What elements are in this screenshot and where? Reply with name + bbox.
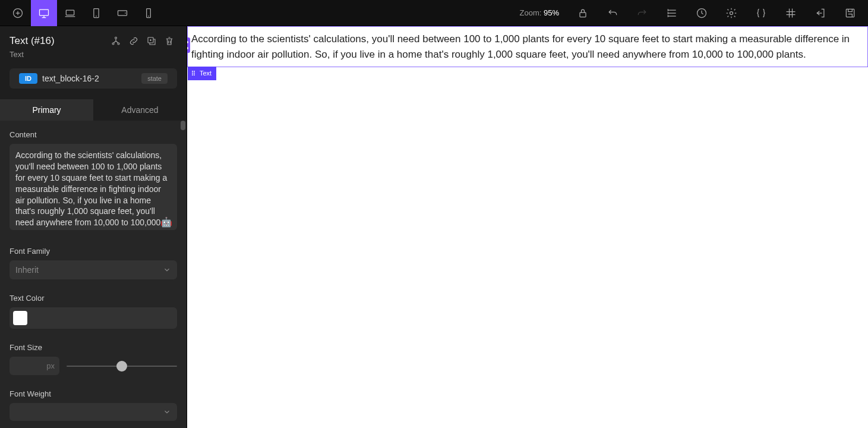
drag-dots-icon xyxy=(191,70,197,76)
top-toolbar: Zoom: 95% xyxy=(0,0,868,26)
state-badge[interactable]: state xyxy=(141,73,168,84)
viewport-desktop[interactable] xyxy=(31,0,57,26)
clock-icon xyxy=(696,7,708,19)
save-icon xyxy=(844,7,856,19)
exit-button[interactable] xyxy=(807,0,834,26)
element-tag-label: Text xyxy=(200,68,212,78)
undo-icon xyxy=(607,7,618,19)
exit-icon xyxy=(815,7,826,19)
font-weight-select[interactable] xyxy=(10,403,177,421)
structure-icon xyxy=(666,7,678,19)
braces-icon xyxy=(755,7,767,19)
laptop-icon xyxy=(64,7,76,19)
font-size-slider[interactable] xyxy=(67,359,177,373)
tree-button[interactable] xyxy=(108,33,124,49)
svg-point-11 xyxy=(112,43,114,45)
undo-button[interactable] xyxy=(599,0,626,26)
element-tag[interactable]: Text xyxy=(188,67,216,80)
code-button[interactable] xyxy=(748,0,774,26)
svg-rect-2 xyxy=(66,10,74,15)
svg-point-16 xyxy=(192,74,193,75)
plus-circle-icon xyxy=(12,7,24,19)
svg-point-15 xyxy=(192,73,193,74)
content-field: Content 🤖 xyxy=(10,130,177,232)
slider-thumb[interactable] xyxy=(116,361,127,372)
link-icon xyxy=(128,36,139,46)
text-color-label: Text Color xyxy=(10,294,177,303)
font-weight-label: Font Weight xyxy=(10,389,177,398)
lock-button[interactable] xyxy=(570,0,596,26)
svg-point-18 xyxy=(194,73,195,74)
duplicate-button[interactable] xyxy=(144,33,159,49)
tab-advanced[interactable]: Advanced xyxy=(93,99,187,121)
gear-icon xyxy=(725,7,737,19)
tablet-portrait-icon xyxy=(90,7,102,19)
duplicate-icon xyxy=(146,36,157,46)
font-size-field: Font Size xyxy=(10,343,177,375)
desktop-icon xyxy=(38,7,50,19)
properties-panel: Content 🤖 Font Family Inherit Text Color xyxy=(0,121,187,428)
zoom-label-text: Zoom: xyxy=(520,8,542,17)
svg-point-17 xyxy=(194,71,195,72)
mobile-icon xyxy=(143,7,154,19)
history-button[interactable] xyxy=(689,0,715,26)
content-label: Content xyxy=(10,130,177,139)
emoji-picker-button[interactable]: 🤖 xyxy=(160,216,172,228)
svg-point-12 xyxy=(118,43,119,45)
text-element[interactable]: According to the scientists' calculation… xyxy=(187,26,868,67)
viewport-tablet-landscape[interactable] xyxy=(109,0,135,26)
color-swatch[interactable] xyxy=(13,311,27,325)
font-family-field: Font Family Inherit xyxy=(10,247,177,279)
settings-button[interactable] xyxy=(718,0,744,26)
save-button[interactable] xyxy=(837,0,863,26)
element-type: Text xyxy=(10,50,177,59)
font-weight-field: Font Weight xyxy=(10,389,177,421)
text-color-input[interactable] xyxy=(10,307,177,329)
property-tabs: Primary Advanced xyxy=(0,99,187,121)
drag-handle[interactable] xyxy=(187,37,190,53)
trash-icon xyxy=(164,36,175,46)
svg-point-19 xyxy=(194,74,195,75)
sidebar: Text (#16) Text xyxy=(0,26,187,428)
svg-point-10 xyxy=(115,37,117,39)
toolbar-left xyxy=(5,0,162,26)
scrollbar-thumb[interactable] xyxy=(181,121,185,130)
font-family-select[interactable]: Inherit xyxy=(10,260,177,279)
link-button[interactable] xyxy=(126,33,141,49)
zoom-value: 95% xyxy=(544,8,559,17)
delete-button[interactable] xyxy=(162,33,177,49)
structure-button[interactable] xyxy=(659,0,685,26)
text-color-field: Text Color xyxy=(10,294,177,329)
sidebar-header: Text (#16) Text xyxy=(0,26,187,64)
toolbar-right: Zoom: 95% xyxy=(520,0,864,26)
svg-point-14 xyxy=(192,71,193,72)
chevron-down-icon xyxy=(163,408,171,416)
tree-icon xyxy=(111,36,121,46)
canvas[interactable]: According to the scientists' calculation… xyxy=(187,26,868,428)
grid-icon xyxy=(785,7,797,19)
id-value[interactable]: text_block-16-2 xyxy=(42,74,137,83)
grid-button[interactable] xyxy=(778,0,804,26)
font-size-input[interactable] xyxy=(10,357,59,375)
content-textarea[interactable] xyxy=(10,144,177,230)
svg-rect-6 xyxy=(580,12,586,17)
zoom-label: Zoom: 95% xyxy=(520,8,560,17)
text-content: According to the scientists' calculation… xyxy=(191,33,850,60)
add-button[interactable] xyxy=(5,0,31,26)
chevron-down-icon xyxy=(163,266,171,274)
svg-point-8 xyxy=(730,11,733,14)
svg-rect-9 xyxy=(846,9,854,17)
font-family-label: Font Family xyxy=(10,247,177,256)
viewport-mobile[interactable] xyxy=(135,0,162,26)
lock-icon xyxy=(577,7,589,19)
viewport-laptop[interactable] xyxy=(57,0,83,26)
id-row: ID text_block-16-2 state xyxy=(10,68,177,89)
main-area: Text (#16) Text xyxy=(0,26,868,428)
redo-icon xyxy=(636,7,648,19)
redo-button[interactable] xyxy=(629,0,655,26)
element-title: Text (#16) xyxy=(10,35,108,47)
tablet-landscape-icon xyxy=(116,7,128,19)
viewport-tablet[interactable] xyxy=(83,0,109,26)
svg-rect-1 xyxy=(40,10,49,15)
tab-primary[interactable]: Primary xyxy=(0,99,93,121)
